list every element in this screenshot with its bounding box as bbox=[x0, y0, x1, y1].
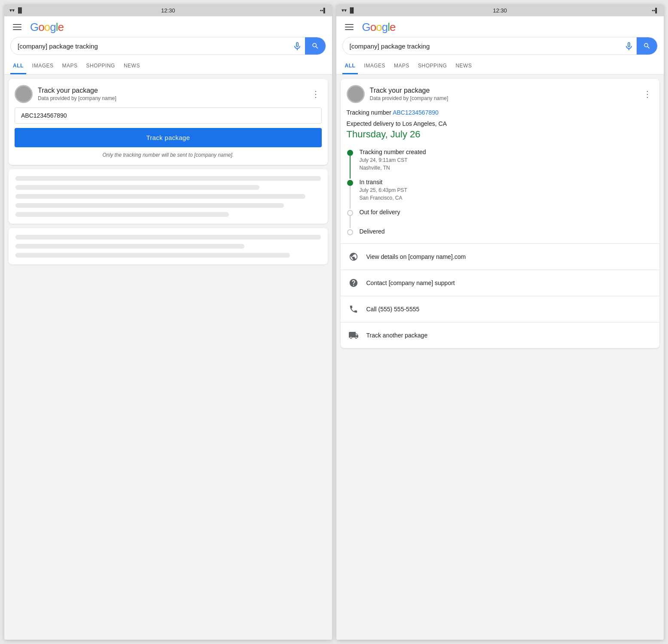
status-bar-right: ▾▾ ▐▌ 12:30 ▪▪▌ bbox=[336, 4, 664, 16]
delivery-label: Expected delivery to Los Angeles, CA bbox=[341, 118, 660, 128]
tab-maps-left[interactable]: MAPS bbox=[60, 58, 80, 74]
wifi-icon: ▾▾ bbox=[9, 7, 15, 13]
action-view-details-label: View details on [company name].com bbox=[366, 253, 466, 260]
skeleton-card-1-left bbox=[9, 169, 328, 224]
timeline-detail2-0: Nashville, TN bbox=[360, 164, 654, 172]
question-icon bbox=[347, 276, 360, 290]
tabs-left: ALL IMAGES MAPS SHOPPING NEWS bbox=[4, 58, 332, 75]
timeline-dot-1 bbox=[347, 180, 353, 186]
track-package-card-right: Track your package Data provided by [com… bbox=[341, 79, 660, 348]
tab-shopping-left[interactable]: SHOPPING bbox=[84, 58, 118, 74]
tabs-right: ALL IMAGES MAPS SHOPPING NEWS bbox=[336, 58, 664, 75]
card-title-right: Track your package bbox=[370, 87, 637, 94]
wifi-icon-right: ▾▾ bbox=[342, 7, 347, 13]
card-title-left: Track your package bbox=[38, 87, 305, 94]
timeline: Tracking number created July 24, 9:11am … bbox=[341, 145, 660, 243]
tab-images-left[interactable]: IMAGES bbox=[30, 58, 56, 74]
search-button-left[interactable] bbox=[305, 37, 326, 55]
tracking-number-link[interactable]: ABC1234567890 bbox=[393, 109, 439, 116]
mic-icon-left[interactable] bbox=[290, 38, 305, 54]
timeline-status-2: Out for delivery bbox=[360, 209, 654, 216]
results-area-left: Track your package Data provided by [com… bbox=[4, 75, 332, 640]
google-logo-left: Google bbox=[30, 21, 64, 33]
company-logo-left bbox=[15, 85, 33, 103]
battery-icon-right: ▪▪▌ bbox=[652, 8, 659, 13]
tab-all-left[interactable]: ALL bbox=[10, 58, 26, 74]
tab-all-right[interactable]: ALL bbox=[342, 58, 358, 74]
tab-shopping-right[interactable]: SHOPPING bbox=[415, 58, 449, 74]
timeline-item-1: In transit July 25, 6:43pm PST San Franc… bbox=[347, 179, 654, 209]
more-options-right[interactable]: ⋮ bbox=[641, 88, 653, 100]
app-bar-left: Google bbox=[4, 16, 332, 35]
search-button-right[interactable] bbox=[637, 37, 657, 55]
timeline-status-3: Delivered bbox=[360, 228, 654, 235]
action-contact-support[interactable]: Contact [company name] support bbox=[341, 270, 660, 296]
action-track-another[interactable]: Track another package bbox=[341, 322, 660, 348]
timeline-status-0: Tracking number created bbox=[360, 149, 654, 155]
timeline-item-2: Out for delivery bbox=[347, 209, 654, 228]
tab-maps-right[interactable]: MAPS bbox=[391, 58, 412, 74]
timeline-item-3: Delivered bbox=[347, 228, 654, 242]
timeline-detail1-0: July 24, 9:11am CST bbox=[360, 156, 654, 164]
tab-images-right[interactable]: IMAGES bbox=[361, 58, 388, 74]
tracking-number-display: Tracking number ABC1234567890 bbox=[341, 107, 660, 118]
tracking-number-input-left[interactable] bbox=[15, 107, 322, 124]
track-package-card-left: Track your package Data provided by [com… bbox=[9, 79, 328, 165]
search-bar-right: [company] package tracking bbox=[336, 35, 664, 58]
search-input-right[interactable]: [company] package tracking bbox=[343, 39, 622, 53]
action-view-details[interactable]: View details on [company name].com bbox=[341, 243, 660, 270]
timeline-detail1-1: July 25, 6:43pm PST bbox=[360, 186, 654, 194]
delivery-date: Thursday, July 26 bbox=[341, 128, 660, 145]
more-options-left[interactable]: ⋮ bbox=[310, 88, 322, 100]
status-time-left: 12:30 bbox=[161, 7, 175, 14]
hamburger-menu-left[interactable] bbox=[11, 22, 23, 32]
tracking-number-label: Tracking number bbox=[347, 109, 392, 116]
timeline-dot-0 bbox=[347, 150, 353, 156]
phone-icon bbox=[347, 302, 360, 316]
signal-icon: ▐▌ bbox=[16, 7, 24, 13]
timeline-detail2-1: San Francisco, CA bbox=[360, 194, 654, 202]
timeline-status-1: In transit bbox=[360, 179, 654, 185]
action-contact-support-label: Contact [company name] support bbox=[366, 279, 455, 286]
app-bar-right: Google bbox=[336, 16, 664, 35]
action-track-another-label: Track another package bbox=[366, 332, 428, 339]
search-input-left[interactable]: [company] package tracking bbox=[11, 39, 290, 53]
card-subtitle-right: Data provided by [company name] bbox=[370, 95, 637, 101]
privacy-note-left: Only the tracking number will be sent to… bbox=[15, 152, 322, 159]
card-subtitle-left: Data provided by [company name] bbox=[38, 95, 305, 101]
status-bar-left: ▾▾ ▐▌ 12:30 ▪▪▌ bbox=[4, 4, 332, 16]
signal-icon-right: ▐▌ bbox=[348, 7, 356, 13]
mic-icon-right[interactable] bbox=[621, 38, 637, 54]
results-area-right: Track your package Data provided by [com… bbox=[336, 75, 664, 640]
battery-icon-left: ▪▪▌ bbox=[320, 8, 327, 13]
hamburger-menu-right[interactable] bbox=[343, 22, 355, 32]
search-bar-left: [company] package tracking bbox=[4, 35, 332, 58]
action-call[interactable]: Call (555) 555-5555 bbox=[341, 296, 660, 322]
timeline-dot-2 bbox=[347, 210, 353, 216]
timeline-item-0: Tracking number created July 24, 9:11am … bbox=[347, 149, 654, 179]
timeline-dot-3 bbox=[347, 229, 353, 235]
action-call-label: Call (555) 555-5555 bbox=[366, 306, 420, 313]
company-logo-right bbox=[347, 85, 365, 103]
status-time-right: 12:30 bbox=[493, 7, 507, 14]
globe-icon bbox=[347, 250, 360, 264]
truck-icon bbox=[347, 328, 360, 342]
tab-news-right[interactable]: NEWS bbox=[453, 58, 474, 74]
track-package-button-left[interactable]: Track package bbox=[15, 128, 322, 147]
skeleton-card-2-left bbox=[9, 228, 328, 264]
tab-news-left[interactable]: NEWS bbox=[121, 58, 143, 74]
google-logo-right: Google bbox=[362, 21, 396, 33]
